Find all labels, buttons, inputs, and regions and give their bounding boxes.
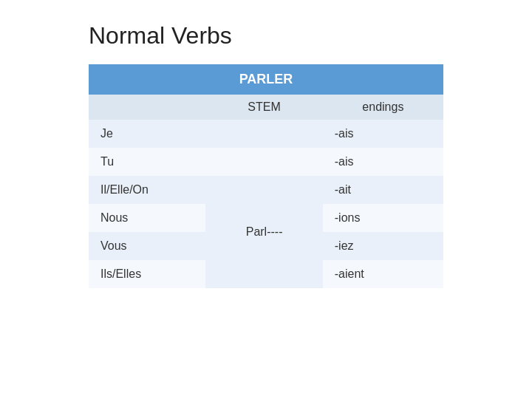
- ending-je: -ais: [323, 120, 443, 148]
- ending-tu: -ais: [323, 148, 443, 176]
- table-row: Tu -ais: [89, 148, 443, 176]
- pronoun-ils: Ils/Elles: [89, 260, 205, 288]
- stem-cell-il: Parl----: [205, 176, 322, 288]
- subheader-empty: [89, 95, 205, 120]
- table-header-row: PARLER: [89, 64, 443, 95]
- stem-cell-tu: [205, 148, 322, 176]
- stem-cell-je: [205, 120, 322, 148]
- pronoun-nous: Nous: [89, 204, 205, 232]
- subheader-endings: endings: [323, 95, 443, 120]
- table-row: Il/Elle/On Parl---- -ait: [89, 176, 443, 204]
- ending-vous: -iez: [323, 232, 443, 260]
- verb-table-container: PARLER STEM endings Je -ais Tu -ais: [89, 64, 443, 288]
- pronoun-vous: Vous: [89, 232, 205, 260]
- table-subheader-row: STEM endings: [89, 95, 443, 120]
- table-row: Je -ais: [89, 120, 443, 148]
- pronoun-je: Je: [89, 120, 205, 148]
- pronoun-il: Il/Elle/On: [89, 176, 205, 204]
- pronoun-tu: Tu: [89, 148, 205, 176]
- ending-il: -ait: [323, 176, 443, 204]
- table-header-parler: PARLER: [89, 64, 443, 95]
- verb-table: PARLER STEM endings Je -ais Tu -ais: [89, 64, 443, 288]
- ending-ils: -aient: [323, 260, 443, 288]
- subheader-stem: STEM: [205, 95, 322, 120]
- page-title: Normal Verbs: [89, 22, 232, 50]
- ending-nous: -ions: [323, 204, 443, 232]
